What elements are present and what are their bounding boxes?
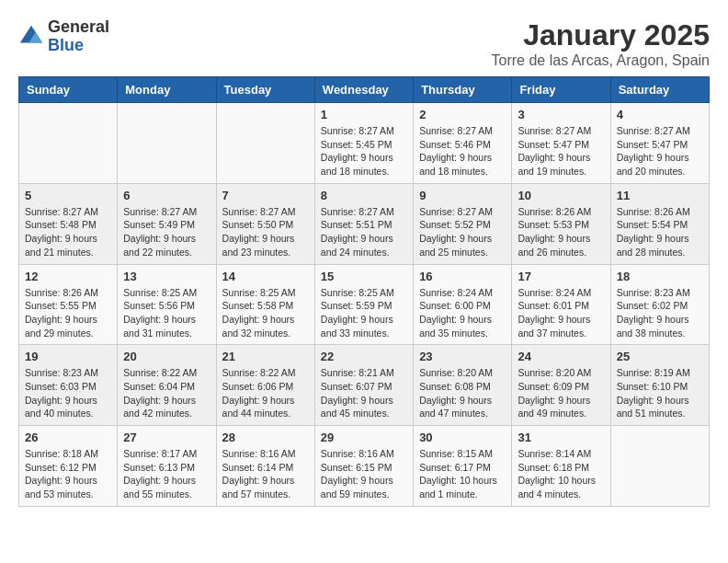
day-number: 17 [518,270,604,283]
day-number: 31 [518,431,604,444]
day-info: Sunrise: 8:27 AM Sunset: 5:45 PM Dayligh… [321,124,407,178]
day-info: Sunrise: 8:27 AM Sunset: 5:49 PM Dayligh… [123,205,210,259]
day-number: 2 [419,108,506,121]
day-number: 8 [321,189,407,202]
calendar-week-row: 19Sunrise: 8:23 AM Sunset: 6:03 PM Dayli… [19,345,710,426]
calendar-cell: 6Sunrise: 8:27 AM Sunset: 5:49 PM Daylig… [118,183,216,264]
calendar-cell [216,103,314,184]
calendar-cell: 16Sunrise: 8:24 AM Sunset: 6:00 PM Dayli… [414,264,512,345]
day-number: 10 [518,189,604,202]
calendar-cell: 23Sunrise: 8:20 AM Sunset: 6:08 PM Dayli… [414,345,512,426]
calendar-week-row: 1Sunrise: 8:27 AM Sunset: 5:45 PM Daylig… [19,103,710,184]
calendar-day-header: Saturday [610,77,709,103]
calendar-cell: 25Sunrise: 8:19 AM Sunset: 6:10 PM Dayli… [610,345,709,426]
day-info: Sunrise: 8:22 AM Sunset: 6:04 PM Dayligh… [123,366,210,420]
day-info: Sunrise: 8:23 AM Sunset: 6:03 PM Dayligh… [25,366,111,420]
day-info: Sunrise: 8:16 AM Sunset: 6:14 PM Dayligh… [222,447,309,501]
calendar-day-header: Sunday [19,77,118,103]
day-number: 26 [25,431,111,444]
logo-text: General Blue [48,18,109,55]
day-number: 13 [123,270,210,283]
calendar-cell [19,103,118,184]
day-number: 16 [419,270,506,283]
day-info: Sunrise: 8:27 AM Sunset: 5:47 PM Dayligh… [617,124,703,178]
calendar-cell: 20Sunrise: 8:22 AM Sunset: 6:04 PM Dayli… [118,345,216,426]
day-number: 23 [419,350,506,363]
calendar-cell: 9Sunrise: 8:27 AM Sunset: 5:52 PM Daylig… [414,183,512,264]
calendar-day-header: Thursday [414,77,512,103]
calendar-cell: 18Sunrise: 8:23 AM Sunset: 6:02 PM Dayli… [610,264,709,345]
day-number: 29 [321,431,407,444]
page-header: General Blue January 2025 Torre de las A… [18,18,710,69]
day-info: Sunrise: 8:14 AM Sunset: 6:18 PM Dayligh… [518,447,604,501]
logo-blue: Blue [48,37,109,55]
calendar-cell: 2Sunrise: 8:27 AM Sunset: 5:46 PM Daylig… [414,103,512,184]
calendar-cell: 27Sunrise: 8:17 AM Sunset: 6:13 PM Dayli… [118,426,216,507]
day-info: Sunrise: 8:26 AM Sunset: 5:53 PM Dayligh… [518,205,604,259]
day-info: Sunrise: 8:27 AM Sunset: 5:51 PM Dayligh… [321,205,407,259]
calendar-cell: 5Sunrise: 8:27 AM Sunset: 5:48 PM Daylig… [19,183,118,264]
day-number: 5 [25,189,111,202]
day-number: 9 [419,189,506,202]
day-number: 7 [222,189,309,202]
day-number: 3 [518,108,604,121]
day-number: 19 [25,350,111,363]
day-info: Sunrise: 8:20 AM Sunset: 6:08 PM Dayligh… [419,366,506,420]
day-info: Sunrise: 8:26 AM Sunset: 5:55 PM Dayligh… [25,286,111,340]
calendar-cell: 29Sunrise: 8:16 AM Sunset: 6:15 PM Dayli… [314,426,413,507]
calendar-cell [610,426,709,507]
calendar-cell [118,103,216,184]
calendar-cell: 1Sunrise: 8:27 AM Sunset: 5:45 PM Daylig… [314,103,413,184]
logo-general: General [48,18,109,37]
day-info: Sunrise: 8:27 AM Sunset: 5:50 PM Dayligh… [222,205,309,259]
day-info: Sunrise: 8:27 AM Sunset: 5:48 PM Dayligh… [25,205,111,259]
logo-icon [18,24,44,50]
day-number: 11 [617,189,703,202]
day-info: Sunrise: 8:21 AM Sunset: 6:07 PM Dayligh… [321,366,407,420]
day-info: Sunrise: 8:24 AM Sunset: 6:00 PM Dayligh… [419,286,506,340]
calendar-cell: 15Sunrise: 8:25 AM Sunset: 5:59 PM Dayli… [314,264,413,345]
calendar-header-row: SundayMondayTuesdayWednesdayThursdayFrid… [19,77,710,103]
day-number: 30 [419,431,506,444]
day-number: 24 [518,350,604,363]
calendar-day-header: Monday [118,77,216,103]
day-number: 18 [617,270,703,283]
day-number: 25 [617,350,703,363]
day-info: Sunrise: 8:23 AM Sunset: 6:02 PM Dayligh… [617,286,703,340]
calendar-cell: 14Sunrise: 8:25 AM Sunset: 5:58 PM Dayli… [216,264,314,345]
calendar-subtitle: Torre de las Arcas, Aragon, Spain [492,52,710,69]
day-number: 28 [222,431,309,444]
day-number: 12 [25,270,111,283]
day-info: Sunrise: 8:25 AM Sunset: 5:59 PM Dayligh… [321,286,407,340]
calendar-week-row: 5Sunrise: 8:27 AM Sunset: 5:48 PM Daylig… [19,183,710,264]
calendar-cell: 31Sunrise: 8:14 AM Sunset: 6:18 PM Dayli… [512,426,610,507]
calendar-cell: 10Sunrise: 8:26 AM Sunset: 5:53 PM Dayli… [512,183,610,264]
day-info: Sunrise: 8:26 AM Sunset: 5:54 PM Dayligh… [617,205,703,259]
calendar-cell: 4Sunrise: 8:27 AM Sunset: 5:47 PM Daylig… [610,103,709,184]
day-number: 27 [123,431,210,444]
day-info: Sunrise: 8:16 AM Sunset: 6:15 PM Dayligh… [321,447,407,501]
calendar-cell: 11Sunrise: 8:26 AM Sunset: 5:54 PM Dayli… [610,183,709,264]
calendar-cell: 7Sunrise: 8:27 AM Sunset: 5:50 PM Daylig… [216,183,314,264]
calendar-body: 1Sunrise: 8:27 AM Sunset: 5:45 PM Daylig… [19,103,710,507]
calendar-title: January 2025 [492,18,710,52]
day-info: Sunrise: 8:27 AM Sunset: 5:52 PM Dayligh… [419,205,506,259]
calendar-week-row: 26Sunrise: 8:18 AM Sunset: 6:12 PM Dayli… [19,426,710,507]
calendar-cell: 26Sunrise: 8:18 AM Sunset: 6:12 PM Dayli… [19,426,118,507]
calendar-week-row: 12Sunrise: 8:26 AM Sunset: 5:55 PM Dayli… [19,264,710,345]
calendar-cell: 30Sunrise: 8:15 AM Sunset: 6:17 PM Dayli… [414,426,512,507]
day-number: 6 [123,189,210,202]
day-info: Sunrise: 8:27 AM Sunset: 5:47 PM Dayligh… [518,124,604,178]
calendar-day-header: Wednesday [314,77,413,103]
calendar-cell: 17Sunrise: 8:24 AM Sunset: 6:01 PM Dayli… [512,264,610,345]
calendar-day-header: Tuesday [216,77,314,103]
title-block: January 2025 Torre de las Arcas, Aragon,… [492,18,710,69]
logo: General Blue [18,18,109,55]
calendar-day-header: Friday [512,77,610,103]
day-number: 15 [321,270,407,283]
calendar-cell: 19Sunrise: 8:23 AM Sunset: 6:03 PM Dayli… [19,345,118,426]
calendar-cell: 28Sunrise: 8:16 AM Sunset: 6:14 PM Dayli… [216,426,314,507]
calendar-cell: 8Sunrise: 8:27 AM Sunset: 5:51 PM Daylig… [314,183,413,264]
day-number: 21 [222,350,309,363]
day-info: Sunrise: 8:24 AM Sunset: 6:01 PM Dayligh… [518,286,604,340]
